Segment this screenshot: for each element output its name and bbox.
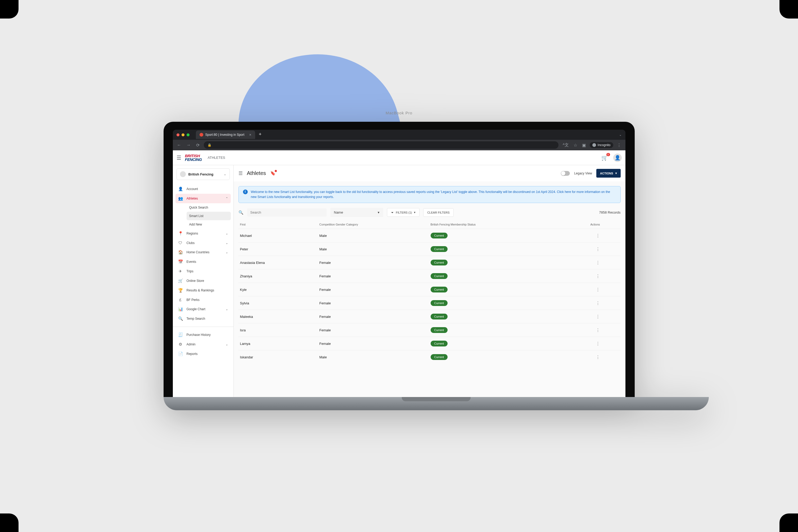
sidebar-item-icon: 📍 <box>178 231 183 236</box>
table-row[interactable]: ZhaniyaFemaleCurrent⋮ <box>239 269 621 283</box>
cell-gender: Female <box>320 328 431 332</box>
cell-first: Anastasia Elena <box>240 261 320 265</box>
browser-toolbar: ← → ⟳ 🔒 ᴬ文 ☆ ▣ Incognito ⋮ <box>173 140 625 150</box>
cell-first: Isra <box>240 328 320 332</box>
sidebar-item-label: Athletes <box>187 197 198 201</box>
row-actions-button[interactable]: ⋮ <box>568 260 600 265</box>
sidebar-item-icon: 📅 <box>178 259 183 264</box>
legacy-view-toggle[interactable] <box>561 171 570 176</box>
forward-icon[interactable]: → <box>186 141 192 149</box>
minimize-window-icon[interactable] <box>182 133 185 136</box>
sidebar-item[interactable]: 📅Events <box>175 257 231 267</box>
main-content: ☰ Athletes 🔖 Legacy View ACTIONS ▾ i <box>234 165 625 397</box>
close-window-icon[interactable] <box>176 133 179 136</box>
row-actions-button[interactable]: ⋮ <box>568 233 600 238</box>
table-row[interactable]: MaleekaFemaleCurrent⋮ <box>239 310 621 323</box>
row-actions-button[interactable]: ⋮ <box>568 247 600 252</box>
sidebar-item[interactable]: 👤Account <box>175 184 231 194</box>
window-controls <box>176 133 190 136</box>
table-row[interactable]: LamyaFemaleCurrent⋮ <box>239 337 621 350</box>
brand-logo[interactable]: BRITISH FENCING <box>185 154 202 161</box>
page-menu-icon[interactable]: ☰ <box>239 170 243 176</box>
athletes-table: First Competition Gender Category Britis… <box>239 220 621 364</box>
sidebar-item[interactable]: 🛡Clubs⌄ <box>175 238 231 247</box>
search-field[interactable] <box>247 208 327 216</box>
menu-toggle-icon[interactable]: ☰ <box>176 155 181 161</box>
browser-menu-icon[interactable]: ⋮ <box>616 141 622 149</box>
chevron-down-icon: ⌄ <box>226 241 228 245</box>
filters-button[interactable]: ⏷ FILTERS (1) ▾ <box>387 208 420 217</box>
cart-button[interactable]: 🛒 0 <box>601 155 608 161</box>
translate-icon[interactable]: ᴬ文 <box>562 141 570 149</box>
table-row[interactable]: MichaelMaleCurrent⋮ <box>239 229 621 242</box>
reload-icon[interactable]: ⟳ <box>195 141 201 149</box>
sidebar-subitem[interactable]: Add New <box>187 220 231 229</box>
sidebar-item[interactable]: 📄Reports <box>175 349 231 359</box>
incognito-indicator[interactable]: Incognito <box>590 142 613 148</box>
bookmark-icon[interactable]: ☆ <box>572 141 578 149</box>
table-row[interactable]: KyleFemaleCurrent⋮ <box>239 283 621 296</box>
sidebar-subitem[interactable]: Quick Search <box>187 203 231 212</box>
row-actions-button[interactable]: ⋮ <box>568 341 600 346</box>
sidebar-item-label: Regions <box>187 232 198 235</box>
status-badge: Current <box>431 246 448 252</box>
row-actions-button[interactable]: ⋮ <box>568 314 600 319</box>
status-badge: Current <box>431 300 448 306</box>
user-avatar[interactable]: 👤 <box>613 153 622 162</box>
chevron-up-icon: ⌃ <box>226 197 228 201</box>
sidebar-item-label: Admin <box>187 342 195 346</box>
col-actions: Actions <box>568 223 600 226</box>
status-badge: Current <box>431 260 448 265</box>
search-input[interactable] <box>250 210 323 214</box>
row-actions-button[interactable]: ⋮ <box>568 355 600 360</box>
sidebar-item-icon: 🏠 <box>178 250 183 254</box>
row-actions-button[interactable]: ⋮ <box>568 328 600 333</box>
sidebar-subitem[interactable]: Smart List <box>187 212 231 220</box>
cell-gender: Female <box>320 261 431 265</box>
address-bar[interactable]: 🔒 <box>204 141 558 149</box>
clear-filters-button[interactable]: CLEAR FILTERS <box>423 208 453 217</box>
table-row[interactable]: Anastasia ElenaFemaleCurrent⋮ <box>239 256 621 269</box>
table-row[interactable]: IskandarMaleCurrent⋮ <box>239 350 621 364</box>
browser-tab[interactable]: Sport:80 | Investing in Sport × <box>196 131 255 139</box>
sidebar-item-label: Reports <box>187 352 198 356</box>
table-header: First Competition Gender Category Britis… <box>239 220 621 229</box>
tab-overflow-icon[interactable]: ⌄ <box>619 133 622 137</box>
sidebar-item[interactable]: £BF Perks <box>175 295 231 304</box>
sidebar-item[interactable]: 👥Athletes⌃ <box>175 194 231 203</box>
sort-select[interactable]: Name ▾ <box>330 208 383 217</box>
sidebar-item[interactable]: 🛒Online Store <box>175 276 231 286</box>
back-icon[interactable]: ← <box>176 141 182 149</box>
cell-gender: Female <box>320 315 431 319</box>
record-count: 7858 Records <box>599 210 621 214</box>
close-tab-icon[interactable]: × <box>249 133 251 137</box>
sidebar-item[interactable]: 📊Google Chart⌄ <box>175 304 231 314</box>
sidebar-item-icon: 🏆 <box>178 288 183 293</box>
cell-first: Sylvia <box>240 301 320 305</box>
sidebar-item-label: Clubs <box>187 241 195 245</box>
table-row[interactable]: SylviaFemaleCurrent⋮ <box>239 296 621 310</box>
cell-gender: Male <box>320 234 431 238</box>
status-badge: Current <box>431 354 448 360</box>
extensions-icon[interactable]: ▣ <box>581 141 587 149</box>
row-actions-button[interactable]: ⋮ <box>568 287 600 292</box>
table-row[interactable]: IsraFemaleCurrent⋮ <box>239 323 621 337</box>
sidebar-item[interactable]: ✈Trips <box>175 267 231 276</box>
sidebar-item[interactable]: 🔍Temp Search <box>175 314 231 323</box>
sidebar-item-icon: 🧾 <box>178 332 183 337</box>
sidebar-item[interactable]: 📍Regions⌄ <box>175 229 231 238</box>
sidebar-item[interactable]: 🏆Results & Rankings <box>175 286 231 295</box>
row-actions-button[interactable]: ⋮ <box>568 274 600 279</box>
person-icon: 👤 <box>614 155 621 161</box>
maximize-window-icon[interactable] <box>187 133 190 136</box>
table-row[interactable]: PeterMaleCurrent⋮ <box>239 242 621 256</box>
sidebar-item[interactable]: ⚙Admin⌄ <box>175 340 231 349</box>
laptop-mockup: Sport:80 | Investing in Sport × + ⌄ ← → … <box>164 122 635 410</box>
sidebar-item[interactable]: 🏠Home Countries⌄ <box>175 247 231 257</box>
row-actions-button[interactable]: ⋮ <box>568 301 600 306</box>
new-tab-button[interactable]: + <box>256 131 264 139</box>
org-selector[interactable]: British Fencing ⌄ <box>176 168 230 180</box>
sidebar-item-icon: 📊 <box>178 307 183 311</box>
sidebar-item[interactable]: 🧾Purchase History <box>175 330 231 340</box>
actions-button[interactable]: ACTIONS ▾ <box>596 169 621 177</box>
